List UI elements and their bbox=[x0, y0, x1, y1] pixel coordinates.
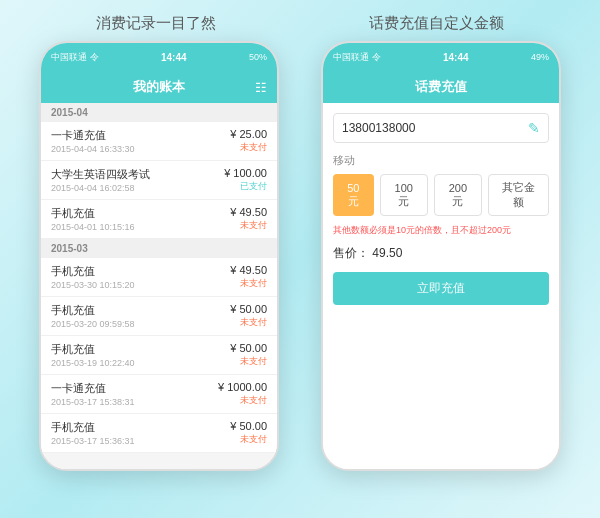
right-time: 14:44 bbox=[443, 52, 469, 63]
amount-buttons: 50元 100元 200元 其它金额 bbox=[333, 174, 549, 216]
table-row: 手机充值 2015-03-20 09:59:58 ¥ 50.00 未支付 bbox=[41, 297, 277, 336]
sale-price-label: 售价： bbox=[333, 246, 369, 260]
right-header: 话费充值 bbox=[323, 71, 559, 103]
table-row: 手机充值 2015-04-01 10:15:16 ¥ 49.50 未支付 bbox=[41, 200, 277, 239]
table-row: 手机充值 2015-03-17 15:36:31 ¥ 50.00 未支付 bbox=[41, 414, 277, 453]
phone-number-row: ✎ bbox=[333, 113, 549, 143]
right-header-title: 话费充值 bbox=[415, 78, 467, 96]
table-row: 手机充值 2015-03-30 10:15:20 ¥ 49.50 未支付 bbox=[41, 258, 277, 297]
sale-price: 售价： 49.50 bbox=[333, 245, 549, 262]
left-carrier: 中国联通 令 bbox=[51, 51, 99, 64]
right-battery: 49% bbox=[531, 52, 549, 62]
left-phone: 中国联通 令 14:44 50% 我的账本 ☷ 2015-04 一卡通充值 20… bbox=[39, 41, 279, 471]
right-status-bar: 中国联通 令 14:44 49% bbox=[323, 43, 559, 71]
left-tagline: 消费记录一目了然 bbox=[96, 14, 216, 33]
table-row: 大学生英语四级考试 2015-04-04 16:02:58 ¥ 100.00 已… bbox=[41, 161, 277, 200]
amount-other-button[interactable]: 其它金额 bbox=[488, 174, 549, 216]
amount-200-button[interactable]: 200元 bbox=[434, 174, 482, 216]
left-content: 2015-04 一卡通充值 2015-04-04 16:33:30 ¥ 25.0… bbox=[41, 103, 277, 469]
calendar-icon[interactable]: ☷ bbox=[255, 80, 267, 95]
section-2015-03: 2015-03 bbox=[41, 239, 277, 258]
recharge-content: ✎ 移动 50元 100元 200元 其它金额 其他数额必须是10元的倍数，且不… bbox=[323, 103, 559, 469]
left-status-bar: 中国联通 令 14:44 50% bbox=[41, 43, 277, 71]
right-phone: 中国联通 令 14:44 49% 话费充值 ✎ 移动 50元 100元 200元… bbox=[321, 41, 561, 471]
right-carrier: 中国联通 令 bbox=[333, 51, 381, 64]
mobile-label: 移动 bbox=[333, 153, 549, 168]
left-header-title: 我的账本 bbox=[133, 78, 185, 96]
hint-text: 其他数额必须是10元的倍数，且不超过200元 bbox=[333, 224, 549, 237]
section-2015-04: 2015-04 bbox=[41, 103, 277, 122]
clear-icon[interactable]: ✎ bbox=[528, 120, 540, 136]
table-row: 一卡通充值 2015-03-17 15:38:31 ¥ 1000.00 未支付 bbox=[41, 375, 277, 414]
left-time: 14:44 bbox=[161, 52, 187, 63]
table-row: 一卡通充值 2015-04-04 16:33:30 ¥ 25.00 未支付 bbox=[41, 122, 277, 161]
amount-50-button[interactable]: 50元 bbox=[333, 174, 374, 216]
right-tagline: 话费充值自定义金额 bbox=[369, 14, 504, 33]
sale-price-value: 49.50 bbox=[372, 246, 402, 260]
recharge-button[interactable]: 立即充值 bbox=[333, 272, 549, 305]
table-row: 手机充值 2015-03-19 10:22:40 ¥ 50.00 未支付 bbox=[41, 336, 277, 375]
phone-number-input[interactable] bbox=[342, 121, 528, 135]
amount-100-button[interactable]: 100元 bbox=[380, 174, 428, 216]
left-battery: 50% bbox=[249, 52, 267, 62]
left-header: 我的账本 ☷ bbox=[41, 71, 277, 103]
